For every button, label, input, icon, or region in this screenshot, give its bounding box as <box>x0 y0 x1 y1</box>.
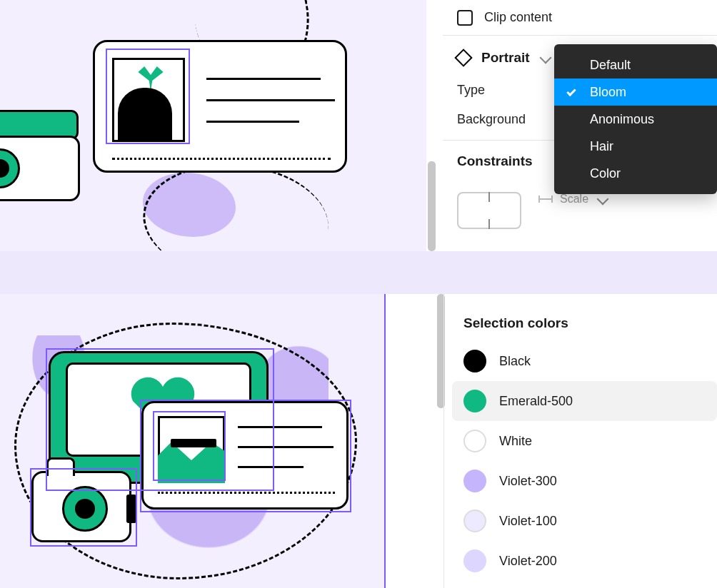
canvas-bottom[interactable] <box>0 294 386 588</box>
selection-box[interactable] <box>153 411 226 481</box>
color-row-black[interactable]: Black <box>452 341 717 381</box>
separator-band <box>0 251 717 294</box>
color-label: Violet-200 <box>499 554 557 569</box>
color-label: Emerald-500 <box>499 394 573 409</box>
color-label: Black <box>499 354 531 369</box>
canvas-top[interactable] <box>0 0 426 251</box>
selection-box[interactable] <box>30 468 137 547</box>
horizontal-arrow-icon <box>538 198 553 200</box>
chevron-down-icon <box>539 52 551 64</box>
color-row-white[interactable]: White <box>452 421 717 461</box>
dropdown-item-bloom[interactable]: Bloom <box>554 78 717 106</box>
dropdown-item-label: Anonimous <box>590 112 654 127</box>
color-swatch[interactable] <box>463 350 486 372</box>
type-label: Type <box>457 83 485 98</box>
check-icon <box>566 87 576 96</box>
variant-icon <box>454 49 472 66</box>
background-label: Background <box>457 112 526 127</box>
selection-colors-title: Selection colors <box>452 294 717 341</box>
scrollbar[interactable] <box>428 161 436 251</box>
constraints-box-icon[interactable] <box>457 192 521 229</box>
dropdown-item-label: Bloom <box>590 85 626 100</box>
color-swatch[interactable] <box>463 390 486 412</box>
color-label: White <box>499 434 532 449</box>
color-row-violet-200[interactable]: Violet-200 <box>452 541 717 581</box>
color-label: Violet-100 <box>499 514 557 529</box>
color-swatch[interactable] <box>463 510 486 532</box>
constraints-label: Constraints <box>457 153 533 169</box>
selection-colors-panel: Selection colors Black Emerald-500 White… <box>452 294 717 588</box>
clip-content-label: Clip content <box>484 10 552 25</box>
chevron-down-icon <box>597 193 609 206</box>
camera-illustration <box>0 136 80 201</box>
dropdown-item-hair[interactable]: Hair <box>554 133 717 160</box>
color-row-violet-100[interactable]: Violet-100 <box>452 501 717 541</box>
color-swatch[interactable] <box>463 430 486 452</box>
color-row-emerald-500[interactable]: Emerald-500 <box>452 381 717 421</box>
color-swatch[interactable] <box>463 470 486 492</box>
checkbox-unchecked-icon[interactable] <box>457 10 473 26</box>
color-row-violet-300[interactable]: Violet-300 <box>452 461 717 501</box>
dropdown-item-label: Default <box>590 58 631 73</box>
dropdown-item-label: Hair <box>590 139 613 154</box>
scale-dropdown[interactable]: Scale <box>538 193 607 206</box>
type-dropdown-menu[interactable]: Default Bloom Anonimous Hair Color <box>554 44 717 194</box>
selection-box[interactable] <box>106 49 190 144</box>
clip-content-row[interactable]: Clip content <box>443 0 717 36</box>
color-label: Violet-300 <box>499 474 557 489</box>
dropdown-item-default[interactable]: Default <box>554 51 717 78</box>
variant-section-label: Portrait <box>481 50 530 66</box>
color-swatch[interactable] <box>463 549 486 572</box>
dropdown-item-anonimous[interactable]: Anonimous <box>554 106 717 133</box>
dropdown-item-color[interactable]: Color <box>554 160 717 187</box>
dropdown-item-label: Color <box>590 166 621 181</box>
scale-label: Scale <box>560 193 588 206</box>
